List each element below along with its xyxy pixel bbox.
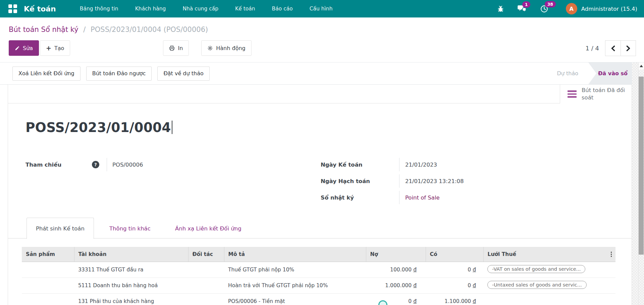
bug-icon[interactable]: [497, 5, 504, 12]
reset-to-draft-button[interactable]: Đặt về dự thảo: [157, 67, 209, 81]
header-partner[interactable]: Đối tác: [188, 247, 224, 262]
breadcrumb-separator: /: [80, 26, 88, 34]
breadcrumb-current: POSS/2023/01/0004 (POS/00006): [91, 26, 208, 34]
posting-date-value[interactable]: 21/01/2023 13:21:08: [399, 174, 464, 188]
print-button[interactable]: In: [163, 40, 189, 56]
table-row[interactable]: 33311 Thuế GTGT đầu ra Thuế GTGT phải nộ…: [22, 262, 615, 277]
cell-debit[interactable]: 1.000.000 đ: [366, 277, 426, 293]
header-credit[interactable]: Có: [426, 247, 483, 262]
cell-tax-grid[interactable]: [483, 293, 615, 305]
page-title: POSS/2023/01/0004: [25, 120, 172, 136]
state-draft[interactable]: Dự thảo: [557, 70, 588, 77]
printer-icon: [169, 45, 175, 51]
clock-icon[interactable]: 38: [540, 5, 548, 13]
nav-customers[interactable]: Khách hàng: [127, 0, 174, 17]
scroll-up-icon[interactable]: [639, 62, 644, 70]
cell-product[interactable]: [22, 277, 74, 293]
cell-tax-grid[interactable]: -Untaxed sales of goods and servic...: [483, 277, 615, 293]
cell-product[interactable]: [22, 262, 74, 277]
main-menu: Bảng thông tin Khách hàng Nhà cung cấp K…: [71, 0, 341, 17]
pager-next-button[interactable]: [621, 41, 636, 56]
header-product[interactable]: Sản phẩm: [22, 247, 74, 262]
journal-items-table: Sản phẩm Tài khoản Đối tác Mô tả Nợ Có L…: [22, 247, 615, 305]
chevron-left-icon: [610, 45, 616, 51]
create-button[interactable]: + Tạo: [40, 40, 70, 56]
chat-badge: 1: [522, 1, 531, 8]
reference-label: Tham chiếu ?: [25, 158, 107, 171]
breadcrumb: Bút toán Sổ nhật ký / POSS/2023/01/0004 …: [9, 24, 644, 35]
control-panel-buttons: Sửa + Tạo In: [9, 40, 644, 56]
field-reference: Tham chiếu ? POS/00006: [25, 158, 321, 171]
smart-button-label: Bút toán Đã đối soát: [582, 87, 628, 102]
activity-badge: 38: [545, 1, 556, 7]
reverse-entry-button[interactable]: Bút toán Đảo ngược: [86, 67, 152, 81]
nav-reports[interactable]: Báo cáo: [264, 0, 301, 17]
field-posting-date: Ngày Hạch toán 21/01/2023 13:21:08: [321, 174, 618, 188]
apps-grid-icon[interactable]: [8, 4, 17, 13]
top-navbar: Kế toán Bảng thông tin Khách hàng Nhà cu…: [0, 0, 644, 17]
table-row[interactable]: 5111 Doanh thu bán hàng hoá Hoàn trả với…: [22, 277, 615, 293]
posting-date-label: Ngày Hạch toán: [321, 174, 399, 188]
accounting-date-value[interactable]: 21/01/2023: [399, 158, 437, 171]
button-box: Bút toán Đã đối soát: [8, 85, 632, 103]
cell-tax-grid[interactable]: -VAT on sales of goods and service...: [483, 262, 615, 277]
reference-value[interactable]: POS/00006: [107, 158, 143, 171]
chat-icon[interactable]: 1: [518, 5, 527, 13]
breadcrumb-parent-link[interactable]: Bút toán Sổ nhật ký: [9, 26, 78, 34]
kebab-icon[interactable]: [611, 252, 612, 257]
cell-credit[interactable]: 0 đ: [426, 277, 483, 293]
cell-partner[interactable]: [188, 262, 224, 277]
tax-grid-badge: -Untaxed sales of goods and servic...: [487, 281, 587, 289]
cell-credit[interactable]: 1.100.000 đ: [426, 293, 483, 305]
vertical-scrollbar[interactable]: [638, 62, 644, 305]
question-icon: ?: [92, 161, 99, 168]
nav-vendors[interactable]: Nhà cung cấp: [174, 0, 227, 17]
cell-debit[interactable]: 100.000 đ: [366, 262, 426, 277]
nav-configuration[interactable]: Cấu hình: [301, 0, 341, 17]
cell-partner[interactable]: [188, 293, 224, 305]
pager-previous-button[interactable]: [605, 41, 621, 56]
avatar[interactable]: A: [566, 3, 577, 14]
cell-account[interactable]: 131 Phải thu của khách hàng: [74, 293, 188, 305]
user-menu[interactable]: Administrator (15.4): [581, 6, 637, 12]
header-tax-grid[interactable]: Lưới Thuế: [483, 247, 615, 262]
edit-button[interactable]: Sửa: [9, 40, 39, 56]
action-button[interactable]: Hành động: [201, 40, 251, 56]
cell-description[interactable]: Hoàn trả với Thuế GTGT phải nộp 10%: [224, 277, 366, 293]
nav-dashboard[interactable]: Bảng thông tin: [71, 0, 127, 17]
app-brand[interactable]: Kế toán: [24, 5, 56, 13]
cell-account[interactable]: 5111 Doanh thu bán hàng hoá: [74, 277, 188, 293]
reconciled-entries-smart-button[interactable]: Bút toán Đã đối soát: [560, 85, 632, 103]
nav-accounting[interactable]: Kế toán: [227, 0, 264, 17]
tab-counterpart-mapping[interactable]: Ánh xạ Liên kết Đối ứng: [166, 218, 251, 239]
control-panel: Bút toán Sổ nhật ký / POSS/2023/01/0004 …: [0, 17, 644, 62]
cell-description[interactable]: POS/00006 - Tiền mặt: [224, 293, 366, 305]
cell-partner[interactable]: [188, 277, 224, 293]
tab-other-info[interactable]: Thông tin khác: [100, 218, 160, 239]
cell-description[interactable]: Thuế GTGT phải nộp 10%: [224, 262, 366, 277]
hamburger-icon: [568, 90, 577, 98]
state-posted[interactable]: Đã vào sổ: [588, 62, 632, 84]
accounting-date-label: Ngày Kế toán: [321, 158, 399, 171]
header-debit[interactable]: Nợ: [366, 247, 426, 262]
cell-account[interactable]: 33311 Thuế GTGT đầu ra: [74, 262, 188, 277]
scrollbar-thumb[interactable]: [639, 77, 644, 255]
cell-debit[interactable]: 0 đ: [366, 293, 426, 305]
app-root: Kế toán Bảng thông tin Khách hàng Nhà cu…: [0, 0, 644, 305]
tab-journal-items[interactable]: Phát sinh Kế toán: [26, 218, 94, 239]
field-groups: Tham chiếu ? POS/00006 Ngày Kế toán 21/0…: [25, 158, 618, 207]
form-sheet: Bút toán Đã đối soát POSS/2023/01/0004 T…: [8, 85, 632, 305]
journal-value-link[interactable]: Point of Sale: [405, 194, 440, 201]
table-row[interactable]: 131 Phải thu của khách hàng POS/00006 - …: [22, 293, 615, 305]
cell-credit[interactable]: 0 đ: [426, 262, 483, 277]
table-header-row: Sản phẩm Tài khoản Đối tác Mô tả Nợ Có L…: [22, 247, 615, 262]
cell-product[interactable]: [22, 293, 74, 305]
journal-label: Sổ nhật ký: [321, 191, 399, 204]
pager-count: 1 / 4: [586, 45, 599, 52]
remove-reconciliation-button[interactable]: Xoá Liên kết Đối ứng: [12, 67, 80, 81]
header-description[interactable]: Mô tả: [224, 247, 366, 262]
right-rail: [632, 62, 644, 305]
header-account[interactable]: Tài khoản: [74, 247, 188, 262]
chevron-right-icon: [626, 45, 631, 51]
text-caret: [172, 121, 172, 134]
